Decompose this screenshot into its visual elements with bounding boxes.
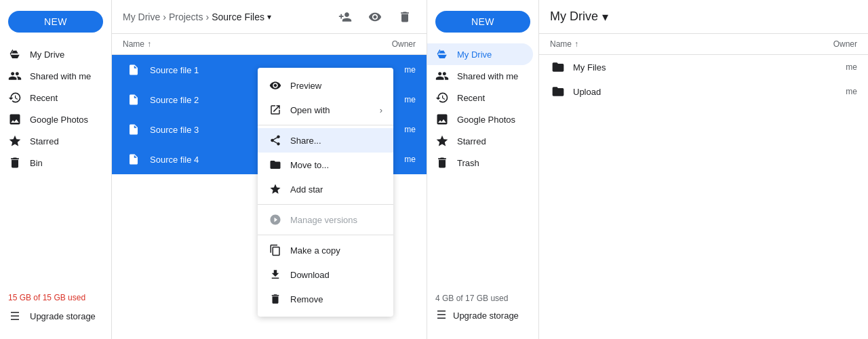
menu-label-preview: Preview <box>290 81 382 91</box>
menu-item-download[interactable]: Download <box>258 262 393 287</box>
right-upgrade-button[interactable]: Upgrade storage <box>435 306 530 325</box>
right-sidebar-label-starred: Starred <box>457 136 486 146</box>
folder-icon-my-files <box>550 60 566 74</box>
add-star-icon <box>269 182 282 196</box>
right-upgrade-icon <box>435 308 448 323</box>
right-name-header-label: Name <box>550 39 572 49</box>
breadcrumb-source-files[interactable]: Source Files ▾ <box>212 12 271 22</box>
right-recent-icon <box>435 91 449 104</box>
right-main: My Drive ▾ Name ↑ Owner My Files me Uplo… <box>539 0 868 339</box>
photos-icon <box>8 113 22 126</box>
right-sidebar: NEW My Drive Shared with me Recent Googl… <box>427 0 539 339</box>
folder-row-my-files[interactable]: My Files me <box>539 55 868 79</box>
right-name-column-header[interactable]: Name ↑ <box>550 39 803 49</box>
sidebar-item-my-drive[interactable]: My Drive <box>0 43 106 65</box>
open-with-arrow: › <box>380 105 382 115</box>
breadcrumb-sep-1: › <box>163 12 166 22</box>
right-drive-title[interactable]: My Drive ▾ <box>550 9 608 24</box>
menu-label-download: Download <box>290 270 382 280</box>
file-list-header-left: Name ↑ Owner <box>112 34 427 55</box>
sidebar-item-starred[interactable]: Starred <box>0 130 106 152</box>
sidebar-item-bin[interactable]: Bin <box>0 152 106 174</box>
right-sidebar-item-recent[interactable]: Recent <box>427 87 533 108</box>
left-main: My Drive › Projects › Source Files ▾ <box>112 0 427 339</box>
folder-row-upload[interactable]: Upload me <box>539 79 868 104</box>
right-sidebar-label-recent: Recent <box>457 93 485 103</box>
upgrade-icon-left <box>8 309 22 323</box>
folder-owner-my-files: me <box>803 62 857 72</box>
right-trash-icon <box>435 156 449 170</box>
name-header-label: Name <box>123 39 144 49</box>
menu-label-remove: Remove <box>290 294 382 304</box>
remove-icon <box>269 292 282 306</box>
menu-item-manage-versions: Manage versions <box>258 207 393 232</box>
sidebar-item-shared[interactable]: Shared with me <box>0 65 106 87</box>
storage-info-left: 15 GB of 15 GB used Upgrade storage <box>0 285 111 334</box>
new-button-left[interactable]: NEW <box>8 11 103 33</box>
right-drive-title-text: My Drive <box>550 9 598 24</box>
left-header: My Drive › Projects › Source Files ▾ <box>112 0 427 34</box>
people-icon <box>8 69 22 83</box>
right-storage-text: 4 GB of 17 GB used <box>435 294 530 303</box>
right-sidebar-label-photos: Google Photos <box>457 115 515 125</box>
drive-icon <box>8 47 22 61</box>
menu-item-make-copy[interactable]: Make a copy <box>258 238 393 262</box>
menu-item-move-to[interactable]: Move to... <box>258 153 393 177</box>
menu-item-preview[interactable]: Preview <box>258 73 393 98</box>
menu-item-add-star[interactable]: Add star <box>258 177 393 201</box>
folder-name-my-files: My Files <box>573 62 803 73</box>
left-panel: NEW My Drive Shared with me Recent Googl… <box>0 0 427 339</box>
right-sidebar-label-shared: Shared with me <box>457 71 518 81</box>
bin-icon <box>8 156 22 170</box>
manage-versions-icon <box>269 213 282 226</box>
menu-item-open-with[interactable]: Open with › <box>258 98 393 122</box>
right-sidebar-item-photos[interactable]: Google Photos <box>427 108 533 130</box>
right-sidebar-item-shared[interactable]: Shared with me <box>427 65 533 87</box>
menu-label-make-copy: Make a copy <box>290 245 382 256</box>
sidebar-item-photos[interactable]: Google Photos <box>0 108 106 130</box>
star-icon-left <box>8 134 22 148</box>
file-icon-4 <box>123 148 144 170</box>
add-person-button[interactable] <box>334 6 356 28</box>
sidebar-label-bin: Bin <box>30 158 43 168</box>
sidebar-label-starred: Starred <box>30 136 59 146</box>
new-button-right[interactable]: NEW <box>435 11 530 33</box>
right-sidebar-label-trash: Trash <box>457 158 479 168</box>
breadcrumb-projects[interactable]: Projects <box>169 12 203 22</box>
sort-icon: ↑ <box>147 39 151 49</box>
right-header: My Drive ▾ <box>539 0 868 34</box>
sidebar-item-recent[interactable]: Recent <box>0 87 106 108</box>
breadcrumb: My Drive › Projects › Source Files ▾ <box>123 12 334 22</box>
right-owner-column-header: Owner <box>803 39 857 49</box>
storage-text-left: 15 GB of 15 GB used <box>8 293 103 302</box>
folder-name-upload: Upload <box>573 87 803 97</box>
menu-divider-1 <box>258 125 393 125</box>
menu-label-manage-versions: Manage versions <box>290 215 382 225</box>
breadcrumb-my-drive[interactable]: My Drive <box>123 12 160 22</box>
right-sidebar-item-starred[interactable]: Starred <box>427 130 533 152</box>
context-menu: Preview Open with › Share... <box>258 68 393 317</box>
sidebar-label-my-drive: My Drive <box>30 49 64 60</box>
menu-label-add-star: Add star <box>290 184 382 195</box>
preview-icon <box>269 79 282 92</box>
upgrade-button-left[interactable]: Upgrade storage <box>8 306 103 325</box>
sidebar-label-photos: Google Photos <box>30 115 88 125</box>
right-sidebar-item-my-drive[interactable]: My Drive <box>427 43 533 65</box>
right-storage-info: 4 GB of 17 GB used Upgrade storage <box>427 285 538 334</box>
breadcrumb-dropdown-icon: ▾ <box>267 12 271 22</box>
name-column-header[interactable]: Name ↑ <box>123 39 361 49</box>
sidebar-label-recent: Recent <box>30 93 58 103</box>
folder-owner-upload: me <box>803 87 857 96</box>
delete-button[interactable] <box>394 6 416 28</box>
right-photos-icon <box>435 113 449 126</box>
sidebar-label-shared: Shared with me <box>30 71 91 81</box>
menu-item-remove[interactable]: Remove <box>258 287 393 311</box>
right-drive-icon <box>435 47 449 61</box>
file-icon-3 <box>123 119 144 140</box>
menu-divider-3 <box>258 235 393 235</box>
menu-item-share[interactable]: Share... <box>258 128 393 153</box>
view-toggle-button[interactable] <box>364 6 386 28</box>
right-sidebar-item-trash[interactable]: Trash <box>427 152 533 174</box>
owner-column-header: Owner <box>361 39 416 49</box>
header-icons <box>334 6 416 28</box>
